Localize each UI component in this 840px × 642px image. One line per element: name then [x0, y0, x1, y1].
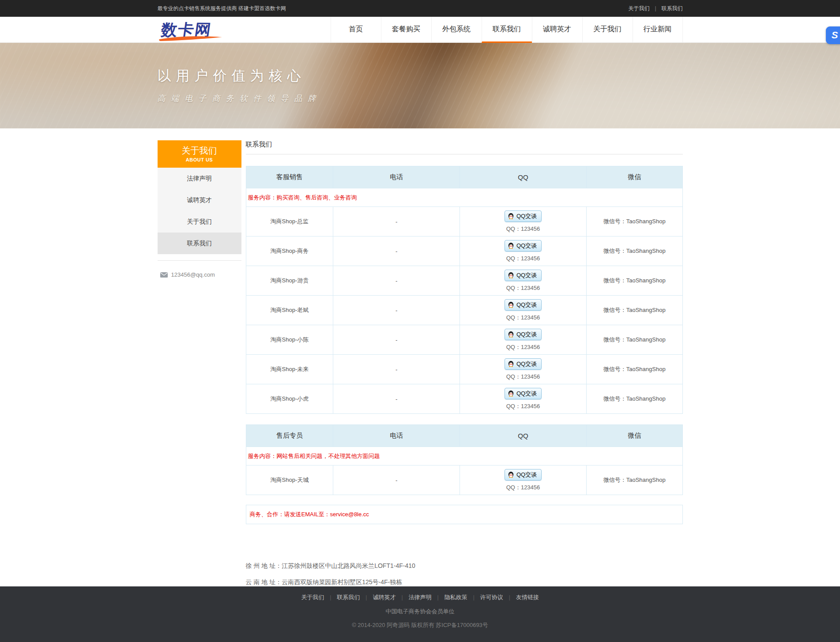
qq-chat-button[interactable]: QQ交谈 [505, 388, 542, 399]
qq-penguin-icon [508, 242, 514, 249]
wechat-cell: 微信号：TaoShangShop [586, 355, 682, 384]
agent-name: 淘商Shop-小陈 [246, 325, 333, 355]
qq-number: QQ：123456 [460, 343, 586, 351]
sidebar-title: 关于我们 [158, 145, 241, 156]
hero-title: 以用户价值为核心 [158, 43, 683, 85]
qq-number: QQ：123456 [460, 314, 586, 322]
separator: | [401, 594, 403, 601]
envelope-icon [160, 272, 168, 278]
qq-number: QQ：123456 [460, 225, 586, 233]
column-header: 售后专员 [246, 425, 333, 447]
qq-chat-label: QQ交谈 [516, 271, 537, 279]
qq-cell: QQ交谈 QQ：123456 [460, 384, 587, 414]
phone-cell: - [333, 355, 460, 384]
footer-membership: 中国电子商务协会会员单位 [0, 608, 840, 616]
wechat-cell: 微信号：TaoShangShop [586, 296, 682, 325]
nav-item[interactable]: 外包系统 [431, 17, 482, 43]
column-header: 电话 [333, 425, 460, 447]
qq-penguin-icon [508, 331, 514, 338]
sales-contacts-table: 客服销售 电话 QQ 微信 服务内容：购买咨询、售后咨询、业务咨询 淘商Shop… [246, 166, 683, 414]
hero-banner: 以用户价值为核心 高端电子商务软件领导品牌 [0, 43, 840, 128]
nav-item[interactable]: 套餐购买 [381, 17, 431, 43]
qq-penguin-icon [508, 360, 514, 367]
qq-cell: QQ交谈 QQ：123456 [460, 296, 587, 325]
wechat-cell: 微信号：TaoShangShop [586, 325, 682, 355]
agent-name: 淘商Shop-商务 [246, 237, 333, 266]
sidebar-item[interactable]: 诚聘英才 [158, 189, 241, 211]
footer-link[interactable]: 隐私政策 [444, 593, 467, 601]
service-note: 服务内容：购买咨询、售后咨询、业务咨询 [246, 188, 682, 207]
wechat-cell: 微信号：TaoShangShop [586, 466, 682, 495]
qq-chat-label: QQ交谈 [516, 242, 537, 250]
qq-chat-label: QQ交谈 [516, 301, 537, 309]
qq-chat-button[interactable]: QQ交谈 [505, 358, 542, 370]
sidebar-email: 123456@qq.com [158, 261, 241, 289]
qq-penguin-icon [508, 213, 514, 219]
agent-name: 淘商Shop-游贵 [246, 266, 333, 296]
qq-chat-button[interactable]: QQ交谈 [505, 469, 542, 481]
footer-link[interactable]: 诚聘英才 [373, 593, 396, 601]
phone-cell: - [333, 325, 460, 355]
qq-number: QQ：123456 [460, 284, 586, 292]
topbar-link[interactable]: 关于我们 [628, 5, 649, 12]
separator: | [365, 594, 367, 601]
nav-item[interactable]: 联系我们 [482, 17, 532, 43]
table-row: 淘商Shop-总监 - QQ交谈 QQ：123456 [246, 207, 682, 237]
qq-chat-button[interactable]: QQ交谈 [505, 299, 542, 311]
phone-cell: - [333, 237, 460, 266]
sidebar-item[interactable]: 关于我们 [158, 211, 241, 233]
column-header: QQ [460, 166, 587, 188]
sidebar-item[interactable]: 法律声明 [158, 168, 241, 189]
table-row: 淘商Shop-小陈 - QQ交谈 QQ：123456 [246, 325, 682, 355]
table-row: 淘商Shop-老斌 - QQ交谈 QQ：123456 [246, 296, 682, 325]
sidebar: 关于我们 ABOUT US 法律声明 诚聘英才 关于我们 [158, 140, 241, 289]
nav-item[interactable]: 首页 [331, 17, 381, 43]
qq-chat-label: QQ交谈 [516, 212, 537, 220]
qq-chat-button[interactable]: QQ交谈 [505, 240, 542, 252]
footer-link[interactable]: 许可协议 [480, 593, 503, 601]
business-email-note: 商务、合作：请发送EMAIL至：service@8le.cc [246, 505, 683, 524]
wechat-cell: 微信号：TaoShangShop [586, 266, 682, 296]
footer-link[interactable]: 法律声明 [409, 593, 432, 601]
qq-chat-button[interactable]: QQ交谈 [505, 210, 542, 222]
agent-name: 淘商Shop-未来 [246, 355, 333, 384]
footer-copyright: © 2014-2020 阿奇源码 版权所有 苏ICP备17000693号 [0, 621, 840, 629]
logo[interactable]: 数卡网 [158, 19, 224, 41]
table-row: 淘商Shop-天城 - QQ交谈 QQ：123456 [246, 466, 682, 495]
footer-link[interactable]: 关于我们 [301, 593, 324, 601]
qq-chat-button[interactable]: QQ交谈 [505, 329, 542, 340]
qq-chat-label: QQ交谈 [516, 360, 537, 368]
footer-links: | 关于我们 | 联系我们 | 诚聘英才 | 法律声明 | 隐私政策 [0, 586, 840, 601]
phone-cell: - [333, 266, 460, 296]
address-line: 徐 州 地 址：江苏徐州鼓楼区中山北路风尚米兰LOFT1-4F-410 [246, 558, 683, 574]
footer-link[interactable]: 友情链接 [516, 593, 539, 601]
separator: | [655, 5, 656, 11]
topbar-links: | 关于我们 | 联系我们 [628, 5, 682, 12]
qq-cell: QQ交谈 QQ：123456 [460, 466, 587, 495]
qq-chat-label: QQ交谈 [516, 471, 537, 479]
qq-cell: QQ交谈 QQ：123456 [460, 237, 587, 266]
qq-penguin-icon [508, 301, 514, 308]
nav-item[interactable]: 诚聘英才 [532, 17, 582, 43]
aftersales-contacts-table: 售后专员 电话 QQ 微信 服务内容：网站售后相关问题，不处理其他方面问题 淘商… [246, 424, 683, 495]
footer-link[interactable]: 联系我们 [337, 593, 360, 601]
column-header: QQ [460, 425, 587, 447]
table-row: 淘商Shop-游贵 - QQ交谈 QQ：123456 [246, 266, 682, 296]
column-header: 微信 [586, 166, 682, 188]
qq-chat-button[interactable]: QQ交谈 [505, 270, 542, 281]
topbar-link[interactable]: 联系我们 [662, 5, 683, 12]
top-bar: 最专业的点卡销售系统服务提供商 搭建卡盟首选数卡网 | 关于我们 | 联系我们 [0, 0, 840, 17]
sidebar-item[interactable]: 联系我们 [158, 233, 241, 254]
nav-item[interactable]: 行业新闻 [633, 17, 683, 43]
nav-item[interactable]: 关于我们 [582, 17, 633, 43]
column-header: 微信 [586, 425, 682, 447]
site-footer: | 关于我们 | 联系我们 | 诚聘英才 | 法律声明 | 隐私政策 [0, 586, 840, 642]
site-slogan: 最专业的点卡销售系统服务提供商 搭建卡盟首选数卡网 [158, 5, 286, 12]
separator: | [437, 594, 439, 601]
qq-chat-label: QQ交谈 [516, 390, 537, 398]
wechat-cell: 微信号：TaoShangShop [586, 384, 682, 414]
qq-cell: QQ交谈 QQ：123456 [460, 355, 587, 384]
hero-subtitle: 高端电子商务软件领导品牌 [158, 93, 683, 104]
floating-widget-button[interactable]: S [826, 26, 840, 44]
qq-cell: QQ交谈 QQ：123456 [460, 207, 587, 237]
